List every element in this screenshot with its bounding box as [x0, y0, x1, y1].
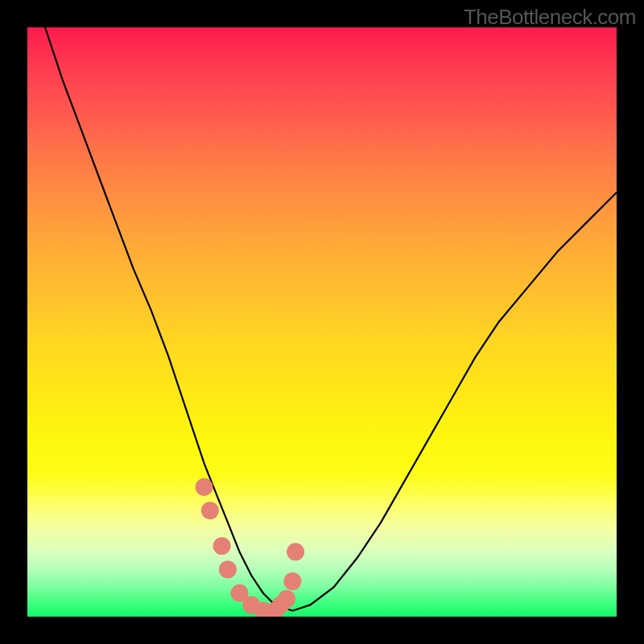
highlight-dot	[196, 478, 213, 496]
watermark-text: TheBottleneck.com	[464, 5, 636, 30]
plot-area	[27, 27, 617, 617]
highlight-dot	[283, 572, 301, 590]
highlight-dot	[278, 590, 295, 608]
dot-group	[196, 478, 305, 617]
highlight-dot	[219, 560, 237, 578]
highlight-dot	[201, 502, 219, 519]
curve-path	[45, 27, 617, 611]
bottleneck-curve-svg	[27, 27, 617, 617]
outer-frame: TheBottleneck.com	[0, 0, 644, 644]
highlight-dot	[213, 537, 231, 555]
highlight-dot	[287, 543, 304, 561]
